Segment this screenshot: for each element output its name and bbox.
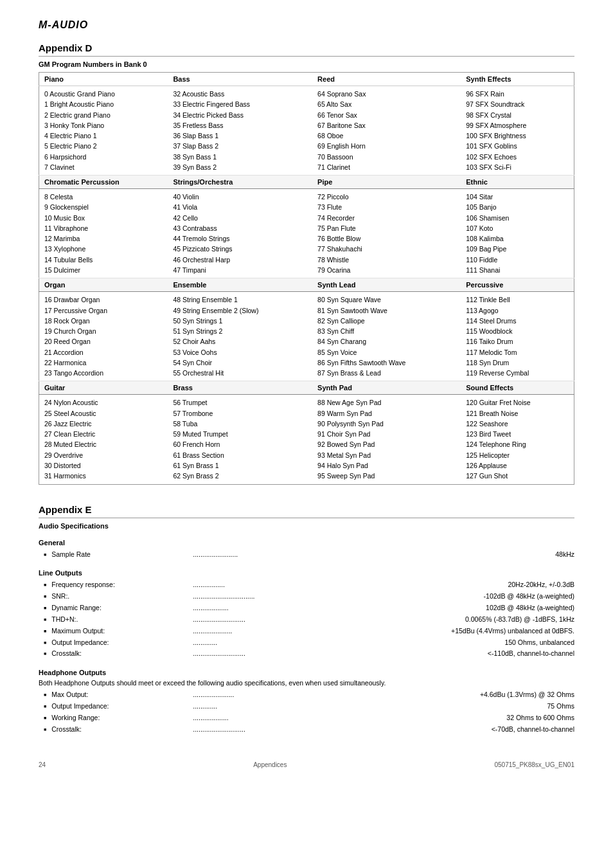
spec-general-list: Sample Rate........................48kHz bbox=[39, 549, 574, 561]
sound-effects-items: 120 Guitar Fret Noise 121 Breath Noise 1… bbox=[461, 395, 574, 484]
percussive-items: 112 Tinkle Bell 113 Agogo 114 Steel Drum… bbox=[461, 292, 574, 381]
spec-label: Maximum Output: bbox=[51, 626, 193, 637]
strings-items: 40 Violin 41 Viola 42 Cello 43 Contrabas… bbox=[168, 189, 312, 278]
col-header-strings: Strings/Orchestra bbox=[168, 176, 312, 189]
spec-item: Maximum Output:.....................+15d… bbox=[39, 626, 574, 637]
table-row: 24 Nylon Acoustic 25 Steel Acoustic 26 J… bbox=[39, 395, 574, 484]
spec-value: 75 Ohms bbox=[547, 701, 574, 712]
col-header-synth-lead: Synth Lead bbox=[312, 278, 461, 292]
spec-line-outputs-list: Frequency response:.................20Hz… bbox=[39, 579, 574, 660]
section-divider bbox=[39, 56, 574, 57]
spec-dots: ............. bbox=[193, 637, 502, 649]
doc-id: 050715_PK88sx_UG_EN01 bbox=[494, 761, 574, 768]
table-header-row-4: Guitar Brass Synth Pad Sound Effects bbox=[39, 381, 574, 395]
spec-value: 150 Ohms, unbalanced bbox=[504, 637, 574, 649]
appendix-e-section: Appendix E Audio Specifications General … bbox=[39, 504, 574, 736]
spec-value: -102dB @ 48kHz (a-weighted) bbox=[484, 591, 574, 602]
spec-label: Crosstalk: bbox=[51, 724, 193, 736]
spec-value: 0.0065% (-83.7dB) @ -1dBFS, 1kHz bbox=[465, 614, 574, 626]
spec-value: +4.6dBu (1.3Vrms) @ 32 Ohms bbox=[480, 689, 574, 701]
col-header-ethnic: Ethnic bbox=[461, 176, 574, 189]
spec-label: SNR:. bbox=[51, 591, 193, 602]
spec-dots: ...................... bbox=[193, 689, 477, 701]
synth-effects-items: 96 SFX Rain 97 SFX Soundtrack 98 SFX Cry… bbox=[461, 86, 574, 176]
ensemble-items: 48 String Ensemble 1 49 String Ensemble … bbox=[168, 292, 312, 381]
synth-pad-items: 88 New Age Syn Pad 89 Warm Syn Pad 90 Po… bbox=[312, 395, 461, 484]
spec-label: Crosstalk: bbox=[51, 648, 193, 660]
spec-dots: ............................ bbox=[193, 614, 463, 626]
spec-value: <-110dB, channel-to-channel bbox=[488, 648, 574, 660]
spec-item: Dynamic Range:...................102dB @… bbox=[39, 602, 574, 614]
col-header-percussive: Percussive bbox=[461, 278, 574, 292]
spec-value: 20Hz-20kHz, +/-0.3dB bbox=[508, 579, 574, 591]
col-header-organ: Organ bbox=[39, 278, 168, 292]
spec-dots: ........................ bbox=[193, 549, 553, 561]
logo: M-AUDIO bbox=[39, 19, 574, 31]
col-header-sound-effects: Sound Effects bbox=[461, 381, 574, 395]
gm-program-table: Piano Bass Reed Synth Effects 0 Acoustic… bbox=[39, 72, 574, 485]
spec-label: Frequency response: bbox=[51, 579, 193, 591]
spec-value: 48kHz bbox=[555, 549, 574, 561]
appendix-d-section: Appendix D GM Program Numbers in Bank 0 … bbox=[39, 42, 574, 485]
table-row: 8 Celesta 9 Glockenspiel 10 Music Box 11… bbox=[39, 189, 574, 278]
ethnic-items: 104 Sitar 105 Banjo 106 Shamisen 107 Kot… bbox=[461, 189, 574, 278]
spec-headphone-list: Max Output:......................+4.6dBu… bbox=[39, 689, 574, 735]
appendix-e-subtitle: Audio Specifications bbox=[39, 522, 574, 530]
spec-value: 102dB @ 48kHz (a-weighted) bbox=[486, 602, 574, 614]
spec-dots: ................. bbox=[193, 579, 505, 591]
col-header-bass: Bass bbox=[168, 73, 312, 86]
spec-label: Output Impedance: bbox=[51, 637, 193, 649]
spec-value: 32 Ohms to 600 Ohms bbox=[506, 712, 574, 724]
reed-items: 64 Soprano Sax 65 Alto Sax 66 Tenor Sax … bbox=[312, 86, 461, 176]
col-header-piano: Piano bbox=[39, 73, 168, 86]
spec-value: +15dBu (4.4Vrms) unbalanced at 0dBFS. bbox=[451, 626, 574, 637]
table-row: 0 Acoustic Grand Piano 1 Bright Acoustic… bbox=[39, 86, 574, 176]
spec-item: Output Impedance:.............150 Ohms, … bbox=[39, 637, 574, 649]
col-header-brass: Brass bbox=[168, 381, 312, 395]
appendix-e-title: Appendix E bbox=[39, 504, 574, 515]
spec-dots: ................... bbox=[193, 712, 504, 724]
chromatic-items: 8 Celesta 9 Glockenspiel 10 Music Box 11… bbox=[39, 189, 168, 278]
page-label: Appendices bbox=[253, 761, 287, 768]
footer: 24 Appendices 050715_PK88sx_UG_EN01 bbox=[39, 761, 574, 768]
spec-label: Dynamic Range: bbox=[51, 602, 193, 614]
spec-label: Output Impedance: bbox=[51, 701, 193, 712]
bass-items: 32 Acoustic Bass 33 Electric Fingered Ba… bbox=[168, 86, 312, 176]
spec-item: Crosstalk:............................<-… bbox=[39, 724, 574, 736]
col-header-ensemble: Ensemble bbox=[168, 278, 312, 292]
spec-item: THD+N:.............................0.006… bbox=[39, 614, 574, 626]
piano-items: 0 Acoustic Grand Piano 1 Bright Acoustic… bbox=[39, 86, 168, 176]
page-number: 24 bbox=[39, 761, 46, 768]
spec-value: <-70dB, channel-to-channel bbox=[492, 724, 574, 736]
spec-item: Working Range:...................32 Ohms… bbox=[39, 712, 574, 724]
section-divider-e bbox=[39, 518, 574, 518]
col-header-guitar: Guitar bbox=[39, 381, 168, 395]
organ-items: 16 Drawbar Organ 17 Percussive Organ 18 … bbox=[39, 292, 168, 381]
spec-general-title: General bbox=[39, 539, 574, 547]
pipe-items: 72 Piccolo 73 Flute 74 Recorder 75 Pan F… bbox=[312, 189, 461, 278]
spec-item: SNR:..................................-1… bbox=[39, 591, 574, 602]
spec-headphone-title: Headphone Outputs bbox=[39, 669, 574, 676]
spec-dots: ................................. bbox=[193, 591, 481, 602]
spec-dots: ............................ bbox=[193, 648, 485, 660]
brass-items: 56 Trumpet 57 Trombone 58 Tuba 59 Muted … bbox=[168, 395, 312, 484]
spec-label: Max Output: bbox=[51, 689, 193, 701]
spec-item: Frequency response:.................20Hz… bbox=[39, 579, 574, 591]
table-header-row-2: Chromatic Percussion Strings/Orchestra P… bbox=[39, 176, 574, 189]
spec-item: Crosstalk:............................<-… bbox=[39, 648, 574, 660]
col-header-chromatic: Chromatic Percussion bbox=[39, 176, 168, 189]
table-header-row-3: Organ Ensemble Synth Lead Percussive bbox=[39, 278, 574, 292]
col-header-synth-pad: Synth Pad bbox=[312, 381, 461, 395]
spec-item: Max Output:......................+4.6dBu… bbox=[39, 689, 574, 701]
spec-item: Output Impedance:.............75 Ohms bbox=[39, 701, 574, 712]
spec-line-outputs-title: Line Outputs bbox=[39, 569, 574, 577]
spec-dots: ............. bbox=[193, 701, 544, 712]
spec-label: THD+N:. bbox=[51, 614, 193, 626]
table-header-row-1: Piano Bass Reed Synth Effects bbox=[39, 73, 574, 86]
spec-dots: ................... bbox=[193, 602, 483, 614]
col-header-reed: Reed bbox=[312, 73, 461, 86]
col-header-pipe: Pipe bbox=[312, 176, 461, 189]
col-header-synth-effects: Synth Effects bbox=[461, 73, 574, 86]
spec-dots: ..................... bbox=[193, 626, 449, 637]
spec-dots: ............................ bbox=[193, 724, 488, 736]
